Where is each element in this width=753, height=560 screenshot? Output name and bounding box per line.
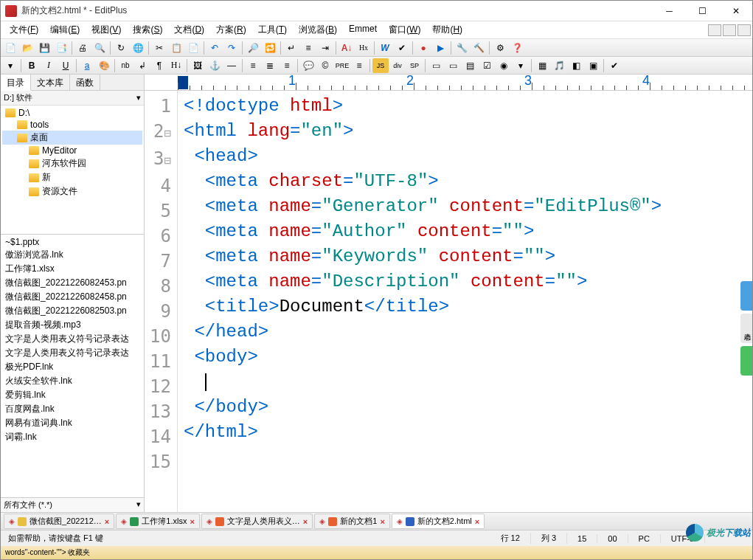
doc-tab[interactable]: ◈工作簿1.xlsx× xyxy=(116,514,200,529)
find-icon[interactable]: 🔎 xyxy=(245,41,261,55)
file-item[interactable]: 百度网盘.lnk xyxy=(2,402,142,416)
file-item[interactable]: 傲游浏览器.lnk xyxy=(2,248,142,262)
tree-item[interactable]: 桌面 xyxy=(2,131,142,145)
side-gray-icon[interactable]: 动态 xyxy=(740,314,752,343)
bold-icon[interactable]: B xyxy=(24,58,40,73)
print-icon[interactable]: 🖨 xyxy=(74,41,91,55)
tree-item[interactable]: tools xyxy=(2,119,142,131)
file-item[interactable]: 词霸.lnk xyxy=(2,430,142,444)
doc-tab[interactable]: ◈微信截图_202212…× xyxy=(4,514,114,529)
file-item[interactable]: 微信截图_20221226082503.pn xyxy=(2,304,142,318)
play-icon[interactable]: ▶ xyxy=(432,41,448,55)
tab-cliptext[interactable]: 文本库 xyxy=(31,75,70,90)
color-icon[interactable]: 🎨 xyxy=(96,58,112,73)
textarea-icon[interactable]: ▤ xyxy=(462,58,478,73)
mdi-restore-icon[interactable] xyxy=(723,24,736,36)
tab-close-icon[interactable]: × xyxy=(105,517,109,526)
script-icon[interactable]: JS xyxy=(372,58,389,73)
tree-item[interactable]: D:\ xyxy=(2,107,142,119)
file-item[interactable]: 提取音频-视频.mp3 xyxy=(2,318,142,332)
pre-icon[interactable]: PRE xyxy=(334,58,350,73)
file-item[interactable]: 文字是人类用表义符号记录表达 xyxy=(2,346,142,360)
file-item[interactable]: 微信截图_20221226082458.pn xyxy=(2,290,142,304)
browser-icon[interactable]: 🌐 xyxy=(130,41,146,55)
dropdown-icon[interactable]: ▾ xyxy=(2,58,18,73)
refresh-icon[interactable]: ↻ xyxy=(113,41,129,55)
tool2-icon[interactable]: 🔨 xyxy=(471,41,487,55)
table-icon[interactable]: ▦ xyxy=(534,58,550,73)
audio-icon[interactable]: 🎵 xyxy=(551,58,567,73)
save-icon[interactable]: 💾 xyxy=(36,41,52,55)
tool1-icon[interactable]: 🔧 xyxy=(454,41,470,55)
tab-close-icon[interactable]: × xyxy=(303,517,308,526)
file-list[interactable]: ~$1.pptx傲游浏览器.lnk工作簿1.xlsx微信截图_202212260… xyxy=(1,235,144,497)
form-icon[interactable]: ▭ xyxy=(428,58,444,73)
redo-icon[interactable]: ↷ xyxy=(223,41,240,55)
file-item[interactable]: ~$1.pptx xyxy=(2,236,142,248)
file-item[interactable]: 火绒安全软件.lnk xyxy=(2,374,142,388)
hr-icon[interactable]: — xyxy=(223,58,240,73)
comment-icon[interactable]: 💬 xyxy=(300,58,316,73)
doc-tab[interactable]: ◈新的文档2.html× xyxy=(392,514,485,529)
lines-icon[interactable]: ≡ xyxy=(300,41,316,55)
code-area[interactable]: 12⊟3⊟456789101112131415 <!doctype html><… xyxy=(145,91,752,512)
tab-directory[interactable]: 目录 xyxy=(1,75,31,91)
menu-浏览器(B)[interactable]: 浏览器(B) xyxy=(293,21,343,38)
replace-icon[interactable]: 🔁 xyxy=(262,41,278,55)
break-icon[interactable]: ↲ xyxy=(134,58,150,73)
tab-functions[interactable]: 函数 xyxy=(70,75,100,90)
file-filter[interactable]: 所有文件 (*.*)▾ xyxy=(1,497,144,512)
record-icon[interactable]: ● xyxy=(415,41,431,55)
side-blue-icon[interactable] xyxy=(740,281,752,311)
tree-item[interactable]: 资源文件 xyxy=(2,184,142,198)
tree-item[interactable]: 新 xyxy=(2,170,142,184)
close-button[interactable]: ✕ xyxy=(719,1,752,21)
menu-视图(V)[interactable]: 视图(V) xyxy=(86,21,127,38)
file-item[interactable]: 文字是人类用表义符号记录表达 xyxy=(2,332,142,346)
menu-搜索(S)[interactable]: 搜索(S) xyxy=(127,21,168,38)
tab-close-icon[interactable]: × xyxy=(380,517,384,526)
image-icon[interactable]: 🖼 xyxy=(190,58,206,73)
menu-Emmet[interactable]: Emmet xyxy=(343,21,383,38)
align-left-icon[interactable]: ≡ xyxy=(245,58,261,73)
tree-item[interactable]: MyEditor xyxy=(2,145,142,156)
new-file-icon[interactable]: 📄 xyxy=(2,41,18,55)
doc-tab[interactable]: ◈新的文档1× xyxy=(314,514,390,529)
input-icon[interactable]: ▭ xyxy=(445,58,461,73)
print-preview-icon[interactable]: 🔍 xyxy=(91,41,108,55)
align-center-icon[interactable]: ≣ xyxy=(262,58,278,73)
anchor-icon[interactable]: ⚓ xyxy=(207,58,223,73)
para-icon[interactable]: ¶ xyxy=(151,58,167,73)
file-item[interactable]: 爱剪辑.lnk xyxy=(2,388,142,402)
folder-tree[interactable]: D:\tools桌面MyEditor河东软件园新资源文件 xyxy=(1,106,144,235)
font-aa-icon[interactable]: A↓ xyxy=(339,41,355,55)
check-icon[interactable]: ☑ xyxy=(479,58,495,73)
align-right-icon[interactable]: ≡ xyxy=(279,58,295,73)
span-icon[interactable]: SP xyxy=(406,58,423,73)
nbsp-icon[interactable]: nb xyxy=(117,58,133,73)
copy-icon[interactable]: 📋 xyxy=(168,41,184,55)
word-icon[interactable]: W xyxy=(377,41,393,55)
maximize-button[interactable]: ☐ xyxy=(686,1,719,21)
anchor-link-icon[interactable]: a xyxy=(79,58,95,73)
underline-icon[interactable]: U xyxy=(58,58,74,73)
menu-帮助(H)[interactable]: 帮助(H) xyxy=(426,21,468,38)
file-item[interactable]: 网易有道词典.lnk xyxy=(2,416,142,430)
hex-icon[interactable]: Hx xyxy=(355,41,372,55)
file-item[interactable]: 极光PDF.lnk xyxy=(2,360,142,374)
paste-icon[interactable]: 📄 xyxy=(185,41,201,55)
list-icon[interactable]: ≡ xyxy=(351,58,367,73)
mdi-close-icon[interactable] xyxy=(738,24,751,36)
doc-tab[interactable]: ◈文字是人类用表义…× xyxy=(201,514,313,529)
undo-icon[interactable]: ↶ xyxy=(207,41,223,55)
menu-方案(R)[interactable]: 方案(R) xyxy=(210,21,252,38)
indent-icon[interactable]: ⇥ xyxy=(317,41,333,55)
tree-item[interactable]: 河东软件园 xyxy=(2,156,142,170)
heading-icon[interactable]: H↓ xyxy=(168,58,184,73)
mdi-minimize-icon[interactable] xyxy=(708,24,721,36)
validate-icon[interactable]: ✔ xyxy=(606,58,622,73)
tab-close-icon[interactable]: × xyxy=(475,517,479,526)
minimize-button[interactable]: ─ xyxy=(653,1,686,21)
radio-icon[interactable]: ◉ xyxy=(496,58,512,73)
menu-编辑(E)[interactable]: 编辑(E) xyxy=(44,21,86,38)
